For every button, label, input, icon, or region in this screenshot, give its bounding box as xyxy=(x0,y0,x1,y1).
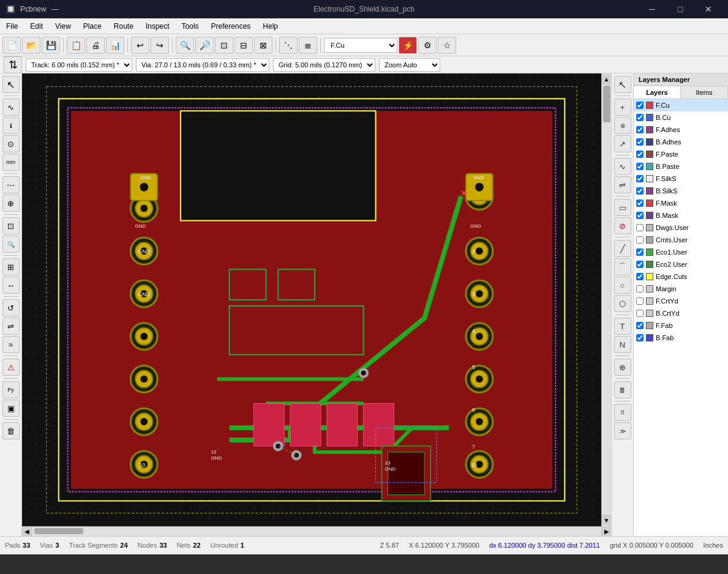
inspect-tool-btn[interactable]: ℹ xyxy=(2,117,20,134)
plot-btn[interactable]: 📊 xyxy=(106,37,124,54)
layer-row[interactable]: Eco1.User xyxy=(634,246,728,258)
add-arc-icon[interactable]: ⌒ xyxy=(614,258,631,275)
add-line-icon[interactable]: ╱ xyxy=(614,240,631,257)
hscroll-left[interactable]: ◀ xyxy=(22,526,32,536)
zoom-out-btn[interactable]: 🔎 xyxy=(195,37,214,54)
net-inspector-btn[interactable]: ≣ xyxy=(299,37,317,54)
via-selector[interactable]: Via: 27.0 / 13.0 mils (0.69 / 0.33 mm) * xyxy=(136,58,269,72)
add-footprint-icon[interactable]: + xyxy=(614,99,631,116)
print-btn[interactable]: 🖨 xyxy=(86,37,105,54)
horizontal-scrollbar[interactable]: ◀ ▶ xyxy=(22,526,611,536)
delete-icon[interactable]: 🗑 xyxy=(614,381,631,398)
zoom-select-btn[interactable]: ⊡ xyxy=(2,217,20,234)
track-selector[interactable]: Track: 6.00 mils (0.152 mm) * xyxy=(26,58,132,72)
layer-row[interactable]: B.Adhes xyxy=(634,136,728,148)
layer-row[interactable]: F.SilkS xyxy=(634,173,728,185)
add-dimension-icon[interactable]: N xyxy=(614,336,631,353)
cursor-icon[interactable]: ↖ xyxy=(614,76,631,93)
layer-checkbox[interactable] xyxy=(636,187,644,195)
zoom-fit-btn[interactable]: ⊡ xyxy=(215,37,233,54)
layer-row[interactable]: F.Fab xyxy=(634,319,728,332)
layer-row[interactable]: F.Cu xyxy=(634,99,728,111)
hscroll-thumb[interactable] xyxy=(34,528,83,534)
menu-item-edit[interactable]: Edit xyxy=(24,18,49,34)
measure-btn[interactable]: ↔ xyxy=(2,277,20,294)
layer-checkbox[interactable] xyxy=(636,273,644,280)
grid-origin-btn[interactable]: ⊞ xyxy=(2,258,20,275)
pcb-canvas[interactable]: GND GND 12 GND 13 GND GND GND 2 3 xyxy=(22,73,601,526)
layer-checkbox[interactable] xyxy=(636,138,644,146)
zoom-center-btn[interactable]: ⊠ xyxy=(254,37,272,54)
layer-checkbox[interactable] xyxy=(636,163,644,170)
route-icon[interactable]: ↗ xyxy=(614,135,631,152)
layer-selector[interactable]: F.CuB.CuF.AdhesB.AdhesF.PasteB.PasteF.Si… xyxy=(324,38,397,53)
menu-item-view[interactable]: View xyxy=(49,18,77,34)
layer-checkbox[interactable] xyxy=(636,212,644,219)
add-zone-icon[interactable]: ▭ xyxy=(614,199,631,216)
menu-item-help[interactable]: Help xyxy=(257,18,284,34)
interactive-router-btn[interactable]: ↺ xyxy=(2,299,20,316)
drc-btn[interactable]: ⚠ xyxy=(2,359,20,376)
layer-checkbox[interactable] xyxy=(636,334,644,341)
layer-row[interactable]: Edge.Cuts xyxy=(634,270,728,283)
tune-length-btn[interactable]: ≈ xyxy=(2,336,20,353)
minimize-button[interactable]: ─ xyxy=(639,0,666,18)
ratsnest-btn[interactable]: ⋱ xyxy=(279,37,298,54)
grid-selector[interactable]: Grid: 5.00 mils (0.1270 mm) xyxy=(273,58,375,72)
scripting-console-icon[interactable]: ≫ xyxy=(614,422,631,439)
layer-checkbox[interactable] xyxy=(636,175,644,182)
layer-checkbox[interactable] xyxy=(636,236,644,244)
scripting-btn[interactable]: Py xyxy=(2,381,20,398)
layer-row[interactable]: F.Adhes xyxy=(634,124,728,136)
menu-item-file[interactable]: File xyxy=(0,18,24,34)
add-text-icon[interactable]: T xyxy=(614,318,631,335)
page-settings-btn[interactable]: 📋 xyxy=(67,37,85,54)
undo-btn[interactable]: ↩ xyxy=(131,37,149,54)
search-tool-btn[interactable]: 🔍 xyxy=(2,236,20,253)
new-board-btn[interactable]: 📄 xyxy=(2,37,21,54)
anchor-icon[interactable]: ⊕ xyxy=(614,359,631,376)
layer-checkbox[interactable] xyxy=(636,126,644,133)
route-diff-icon[interactable]: ⇌ xyxy=(614,176,631,193)
layer-checkbox[interactable] xyxy=(636,199,644,207)
mm-tool-btn[interactable]: mm xyxy=(2,154,20,171)
flip-icon[interactable]: ⇅ xyxy=(4,56,22,73)
menu-item-route[interactable]: Route xyxy=(108,18,140,34)
vscroll-up[interactable]: ▲ xyxy=(602,75,612,84)
layer-row[interactable]: F.Paste xyxy=(634,148,728,160)
hscroll-right[interactable]: ▶ xyxy=(601,526,611,536)
save-btn[interactable]: 💾 xyxy=(42,37,60,54)
layer-checkbox[interactable] xyxy=(636,114,644,121)
vscroll-thumb[interactable] xyxy=(603,86,610,122)
zoom-selected-btn[interactable]: ⊟ xyxy=(235,37,253,54)
highlight-net-btn[interactable]: ⊕ xyxy=(2,195,20,212)
vscroll-down[interactable]: ▼ xyxy=(602,515,612,525)
layer-row[interactable]: F.Mask xyxy=(634,197,728,209)
add-circle-icon[interactable]: ○ xyxy=(614,277,631,294)
layer-checkbox[interactable] xyxy=(636,310,644,317)
layer-row[interactable]: B.SilkS xyxy=(634,185,728,197)
layer-checkbox[interactable] xyxy=(636,151,644,158)
layer-row[interactable]: B.Mask xyxy=(634,209,728,222)
layer-checkbox[interactable] xyxy=(636,102,644,109)
maximize-button[interactable]: □ xyxy=(667,0,694,18)
open-btn[interactable]: 📂 xyxy=(22,37,40,54)
layer-row[interactable]: F.CrtYd xyxy=(634,295,728,307)
layer-checkbox[interactable] xyxy=(636,224,644,231)
grid-pts-icon[interactable]: ⠿ xyxy=(614,404,631,421)
layer-checkbox[interactable] xyxy=(636,261,644,268)
tab-layers[interactable]: Layers xyxy=(634,86,681,99)
layer-checkbox[interactable] xyxy=(636,285,644,293)
route-tracks-icon[interactable]: ∿ xyxy=(614,158,631,175)
pad-tool-btn[interactable]: ⊙ xyxy=(2,135,20,152)
close-button[interactable]: ✕ xyxy=(695,0,722,18)
3d-viewer-btn[interactable]: ▣ xyxy=(2,400,20,417)
layer-checkbox[interactable] xyxy=(636,297,644,305)
copper-pour-btn[interactable]: ⚡ xyxy=(399,37,417,54)
add-rule-area-icon[interactable]: ⊘ xyxy=(614,217,631,234)
delete-tool-btn[interactable]: 🗑 xyxy=(2,422,20,439)
add-polygon-icon[interactable]: ⬡ xyxy=(614,295,631,312)
layer-checkbox[interactable] xyxy=(636,322,644,329)
menu-item-inspect[interactable]: Inspect xyxy=(140,18,176,34)
layer-row[interactable]: Eco2.User xyxy=(634,258,728,270)
